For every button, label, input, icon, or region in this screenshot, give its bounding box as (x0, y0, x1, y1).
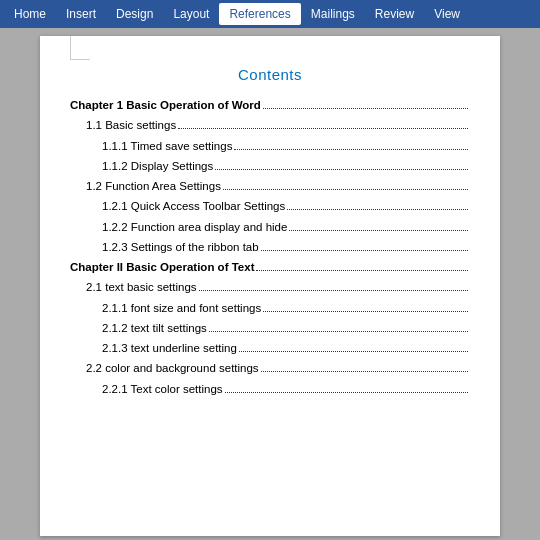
menu-item-home[interactable]: Home (4, 3, 56, 25)
toc-entry-label: Chapter II Basic Operation of Text (70, 259, 254, 276)
menu-item-review[interactable]: Review (365, 3, 424, 25)
toc-dots (261, 250, 468, 251)
toc-entry: 1.2 Function Area Settings (70, 178, 470, 195)
toc-dots (287, 209, 468, 210)
toc-entry-label: 1.1 Basic settings (86, 117, 176, 134)
toc-entry: 2.1 text basic settings (70, 279, 470, 296)
toc-entry: 2.1.3 text underline setting (70, 340, 470, 357)
toc-entry: 2.1.2 text tilt settings (70, 320, 470, 337)
toc-entry-label: Chapter 1 Basic Operation of Word (70, 97, 261, 114)
toc-entry: 1.1 Basic settings (70, 117, 470, 134)
toc-entry-label: 1.1.1 Timed save settings (102, 138, 232, 155)
document-area: Contents Chapter 1 Basic Operation of Wo… (0, 28, 540, 540)
toc-entry-label: 1.2.2 Function area display and hide (102, 219, 287, 236)
toc-dots (239, 351, 468, 352)
toc-entry: 1.2.2 Function area display and hide (70, 219, 470, 236)
toc-entry-label: 2.2.1 Text color settings (102, 381, 223, 398)
toc-entry: 1.2.1 Quick Access Toolbar Settings (70, 198, 470, 215)
toc-entry-label: 1.2 Function Area Settings (86, 178, 221, 195)
menu-item-design[interactable]: Design (106, 3, 163, 25)
toc-entry: 1.2.3 Settings of the ribbon tab (70, 239, 470, 256)
toc-entry-label: 2.1.2 text tilt settings (102, 320, 207, 337)
menu-item-mailings[interactable]: Mailings (301, 3, 365, 25)
menu-item-insert[interactable]: Insert (56, 3, 106, 25)
toc-dots (209, 331, 468, 332)
toc-container: Chapter 1 Basic Operation of Word1.1 Bas… (70, 97, 470, 398)
toc-dots (234, 149, 468, 150)
toc-dots (256, 270, 468, 271)
toc-entry: 2.2 color and background settings (70, 360, 470, 377)
toc-entry-label: 2.1.1 font size and font settings (102, 300, 261, 317)
toc-dots (289, 230, 468, 231)
toc-dots (263, 311, 468, 312)
toc-entry: 1.1.1 Timed save settings (70, 138, 470, 155)
menu-item-view[interactable]: View (424, 3, 470, 25)
toc-dots (225, 392, 468, 393)
toc-entry-label: 1.1.2 Display Settings (102, 158, 213, 175)
toc-entry-label: 1.2.3 Settings of the ribbon tab (102, 239, 259, 256)
toc-entry: Chapter 1 Basic Operation of Word (70, 97, 470, 114)
toc-entry-label: 2.1.3 text underline setting (102, 340, 237, 357)
menu-item-layout[interactable]: Layout (163, 3, 219, 25)
toc-dots (178, 128, 468, 129)
page-corner-fold (70, 36, 90, 60)
toc-entry: 1.1.2 Display Settings (70, 158, 470, 175)
toc-dots (263, 108, 468, 109)
toc-dots (215, 169, 468, 170)
toc-entry: 2.2.1 Text color settings (70, 381, 470, 398)
toc-dots (199, 290, 468, 291)
menu-item-references[interactable]: References (219, 3, 300, 25)
document-page: Contents Chapter 1 Basic Operation of Wo… (40, 36, 500, 536)
toc-dots (223, 189, 468, 190)
toc-title: Contents (70, 66, 470, 83)
toc-entry: 2.1.1 font size and font settings (70, 300, 470, 317)
toc-entry-label: 2.2 color and background settings (86, 360, 259, 377)
toc-entry: Chapter II Basic Operation of Text (70, 259, 470, 276)
toc-entry-label: 2.1 text basic settings (86, 279, 197, 296)
menu-bar: HomeInsertDesignLayoutReferencesMailings… (0, 0, 540, 28)
toc-entry-label: 1.2.1 Quick Access Toolbar Settings (102, 198, 285, 215)
toc-dots (261, 371, 468, 372)
